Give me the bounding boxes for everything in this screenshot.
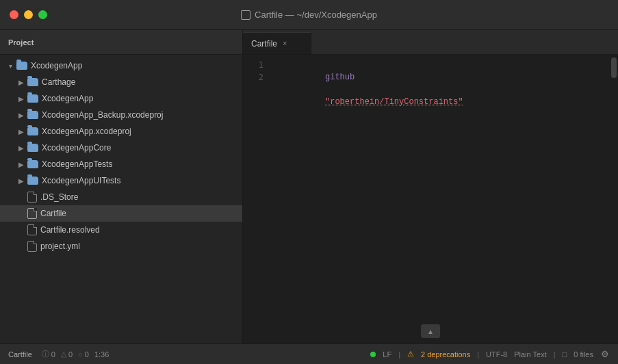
sidebar-content[interactable]: ▾ XcodegenApp ▶ Carthage ▶ XcodegenApp ▶… [0, 55, 242, 343]
type-label: Plain Text [514, 350, 547, 359]
sidebar-header: Project [0, 30, 242, 55]
tree-item-uitests[interactable]: ▶ XcodegenAppUITests [0, 172, 242, 189]
scroll-up-button[interactable]: ▲ [421, 324, 440, 338]
folder-icon [16, 62, 27, 70]
uitests-label: XcodegenAppUITests [42, 176, 120, 185]
chevron-right-icon: ▶ [16, 159, 26, 169]
xcodeproj-label: XcodegenApp.xcodeproj [42, 127, 131, 136]
cartfile-label: Cartfile [40, 209, 66, 218]
tab-cartfile[interactable]: Cartfile × [243, 32, 311, 54]
scrollbar-track[interactable] [608, 55, 618, 343]
code-line-1: github "roberthein/TinyConstraints" [276, 59, 603, 71]
folder-icon [27, 78, 38, 86]
chevron-right-icon: ▶ [16, 94, 26, 103]
separator: | [477, 350, 479, 359]
folder-icon [27, 177, 38, 185]
lf-label: LF [383, 350, 391, 359]
tab-bar: Cartfile × [243, 30, 618, 55]
chevron-right-icon: ▶ [16, 143, 26, 153]
error-icon: ○ [78, 350, 83, 359]
maximize-button[interactable] [38, 10, 47, 19]
folder-icon [27, 144, 38, 152]
tree-item-dsstore[interactable]: ▶ .DS_Store [0, 189, 242, 205]
files-label: 0 files [574, 350, 593, 359]
tree-item-cartfile-resolved[interactable]: ▶ Cartfile.resolved [0, 222, 242, 238]
xcodegenapp-label: XcodegenApp [42, 94, 93, 103]
status-info-group: ⓘ 0 [42, 349, 55, 359]
tree-item-core[interactable]: ▶ XcodegenAppCore [0, 140, 242, 156]
tab-label: Cartfile [251, 39, 277, 49]
chevron-right-icon: ▶ [16, 127, 26, 136]
backup-label: XcodegenApp_Backup.xcodeproj [42, 110, 163, 120]
info-icon: ⓘ [42, 349, 49, 359]
deprecations-icon: ⚠ [407, 350, 414, 359]
sidebar-title: Project [8, 38, 34, 47]
cartfile-resolved-label: Cartfile.resolved [40, 225, 100, 235]
chevron-right-icon: ▶ [16, 176, 26, 185]
close-button[interactable] [10, 10, 18, 19]
tree-item-project-yml[interactable]: ▶ project.yml [0, 238, 242, 255]
keyword-github: github [325, 73, 355, 82]
folder-icon [27, 111, 38, 119]
tree-item-backup[interactable]: ▶ XcodegenApp_Backup.xcodeproj [0, 107, 242, 123]
chevron-right-icon: ▶ [16, 110, 26, 120]
line-number: 1 [243, 59, 263, 71]
separator: | [554, 350, 556, 359]
minimize-button[interactable] [24, 10, 33, 19]
warning-icon: △ [61, 350, 66, 359]
file-icon [27, 224, 37, 235]
tree-item-root[interactable]: ▾ XcodegenApp [0, 57, 242, 74]
status-time: 1:36 [94, 350, 109, 359]
carthage-label: Carthage [42, 77, 75, 87]
connection-status-dot [370, 352, 376, 357]
title-text: Cartfile — ~/dev/XcodegenApp [255, 10, 377, 20]
encoding-label: UTF-8 [486, 350, 507, 359]
info-count: 0 [51, 350, 55, 359]
string-tinyconstraints: "roberthein/TinyConstraints" [325, 97, 463, 107]
editor-content[interactable]: github "roberthein/TinyConstraints" [270, 55, 608, 343]
gear-icon[interactable]: ⚙ [600, 350, 610, 359]
status-bar: Cartfile ⓘ 0 △ 0 ○ 0 1:36 LF | ⚠ 2 depre… [0, 343, 618, 364]
window-title: Cartfile — ~/dev/XcodegenApp [241, 10, 377, 20]
folder-icon [27, 160, 38, 168]
editor-body: 1 2 github "roberthein/TinyConstraints" … [243, 55, 618, 343]
status-filename: Cartfile [8, 350, 32, 359]
file-icon [241, 10, 250, 20]
tab-close-button[interactable]: × [283, 40, 287, 47]
file-icon [27, 208, 37, 219]
tree-item-xcodeproj[interactable]: ▶ XcodegenApp.xcodeproj [0, 123, 242, 140]
tests-label: XcodegenAppTests [42, 159, 112, 169]
warning-count: 0 [68, 350, 73, 359]
tree-item-xcodegenapp[interactable]: ▶ XcodegenApp [0, 90, 242, 107]
file-icon [27, 241, 37, 252]
main-container: Project ▾ XcodegenApp ▶ Carthage ▶ Xcode… [0, 30, 618, 343]
files-icon: □ [563, 350, 567, 359]
separator: | [398, 350, 400, 359]
chevron-right-icon: ▶ [16, 77, 26, 87]
line-numbers: 1 2 [243, 55, 270, 343]
core-label: XcodegenAppCore [42, 143, 111, 153]
tree-item-carthage[interactable]: ▶ Carthage [0, 74, 242, 90]
line-number: 2 [243, 71, 263, 83]
title-bar: Cartfile — ~/dev/XcodegenApp [0, 0, 618, 30]
folder-icon [27, 94, 38, 103]
scrollbar-thumb[interactable] [611, 57, 617, 78]
status-left: Cartfile ⓘ 0 △ 0 ○ 0 1:36 [8, 349, 370, 359]
deprecations-label: 2 deprecations [421, 350, 470, 359]
folder-icon [27, 127, 38, 135]
project-yml-label: project.yml [40, 242, 80, 251]
traffic-lights [10, 10, 47, 19]
status-error-group: ○ 0 [78, 350, 89, 359]
status-warning-group: △ 0 [61, 350, 73, 359]
sidebar: Project ▾ XcodegenApp ▶ Carthage ▶ Xcode… [0, 30, 243, 343]
status-right: LF | ⚠ 2 deprecations | UTF-8 Plain Text… [370, 350, 610, 359]
file-icon [27, 192, 37, 203]
root-label: XcodegenApp [31, 61, 82, 70]
chevron-down-icon: ▾ [5, 61, 15, 70]
tree-item-tests[interactable]: ▶ XcodegenAppTests [0, 156, 242, 172]
dsstore-label: .DS_Store [40, 192, 78, 202]
tree-item-cartfile[interactable]: ▶ Cartfile [0, 205, 242, 222]
editor-area: Cartfile × 1 2 github "roberthein/TinyCo… [243, 30, 618, 343]
error-count: 0 [85, 350, 89, 359]
